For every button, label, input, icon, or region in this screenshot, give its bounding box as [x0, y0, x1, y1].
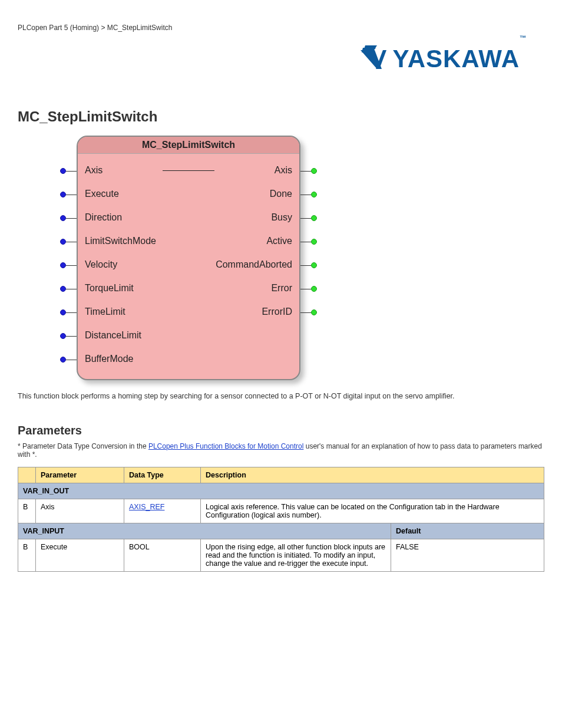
fb-input-label: LimitSwitchMode — [78, 236, 160, 246]
yaskawa-logo-text: YASKAWA™ — [392, 45, 527, 73]
fb-output-label: Done — [217, 189, 299, 199]
breadcrumb: PLCopen Part 5 (Homing) > MC_StepLimitSw… — [18, 24, 544, 32]
fb-input-label: TimeLimit — [78, 307, 160, 317]
fb-output-pin — [311, 309, 317, 315]
fb-pin-stub — [66, 336, 77, 337]
fb-pin-stub — [66, 218, 77, 219]
table-row: B Execute BOOL Upon the rising edge, all… — [18, 539, 544, 572]
fb-input-pin — [60, 215, 66, 221]
fb-input-pin — [60, 262, 66, 268]
function-block-diagram: MC_StepLimitSwitch AxisAxisExecuteDoneDi… — [77, 136, 300, 380]
fb-pin-stub — [66, 312, 77, 313]
fb-input-label: Axis — [78, 165, 160, 176]
fb-input-pin — [60, 333, 66, 339]
yaskawa-logo-mark — [358, 44, 388, 74]
fb-pin-stub — [66, 265, 77, 266]
fb-pin-stub — [66, 195, 77, 195]
fb-input-label: Execute — [78, 189, 160, 199]
fb-output-label: CommandAborted — [216, 259, 299, 270]
fb-pin-stub — [300, 242, 311, 242]
parameters-heading: Parameters — [18, 424, 544, 437]
page-title: MC_StepLimitSwitch — [18, 108, 544, 125]
fb-pin-stub — [300, 171, 311, 172]
fb-pin-stub — [300, 195, 311, 195]
fb-row: VelocityCommandAborted — [78, 253, 299, 276]
table-header-row: Parameter Data Type Description — [18, 467, 544, 483]
fb-description: This function block performs a homing st… — [18, 392, 544, 400]
fb-axis-line — [163, 170, 214, 171]
fb-input-pin — [60, 309, 66, 315]
fb-input-pin — [60, 357, 66, 363]
fb-pin-stub — [66, 242, 77, 242]
manual-link[interactable]: PLCopen Plus Function Blocks for Motion … — [148, 442, 303, 450]
parameters-note: * Parameter Data Type Conversion in the … — [18, 442, 544, 459]
fb-output-pin — [311, 215, 317, 221]
fb-row: BufferMode — [78, 347, 299, 371]
axis-ref-link[interactable]: AXIS_REF — [129, 503, 164, 511]
fb-output-label: ErrorID — [217, 307, 299, 317]
fb-output-pin — [311, 168, 317, 174]
fb-row: TorqueLimitError — [78, 276, 299, 300]
fb-output-pin — [311, 239, 317, 245]
fb-input-pin — [60, 168, 66, 174]
fb-output-pin — [311, 192, 317, 197]
fb-output-pin — [311, 286, 317, 292]
fb-output-label: Error — [217, 283, 299, 294]
table-subheader-varinput: VAR_INPUT Default — [18, 523, 544, 539]
fb-pin-stub — [300, 289, 311, 289]
fb-output-label: Axis — [217, 165, 299, 176]
fb-pin-stub — [66, 171, 77, 172]
fb-pin-stub — [66, 360, 77, 360]
fb-input-pin — [60, 239, 66, 245]
fb-row: AxisAxis — [78, 159, 299, 182]
fb-input-label: BufferMode — [78, 354, 160, 364]
fb-input-label: Direction — [78, 212, 160, 223]
fb-input-label: DistanceLimit — [78, 330, 160, 341]
fb-pin-stub — [300, 218, 311, 219]
fb-output-label: Busy — [217, 212, 299, 223]
fb-pin-stub — [300, 265, 311, 266]
parameters-table: Parameter Data Type Description VAR_IN_O… — [18, 467, 544, 572]
fb-input-label: Velocity — [78, 259, 160, 270]
fb-row: DistanceLimit — [78, 324, 299, 347]
table-subheader-varinout: VAR_IN_OUT — [18, 483, 544, 499]
fb-row: TimeLimitErrorID — [78, 300, 299, 324]
fb-input-label: TorqueLimit — [78, 283, 160, 294]
fb-row: LimitSwitchModeActive — [78, 229, 299, 253]
fb-pin-stub — [300, 312, 311, 313]
fb-row: DirectionBusy — [78, 206, 299, 229]
fb-output-label: Active — [217, 236, 299, 246]
fb-input-pin — [60, 286, 66, 292]
table-row: B Axis AXIS_REF Logical axis reference. … — [18, 499, 544, 523]
fb-pin-stub — [66, 289, 77, 289]
yaskawa-logo: YASKAWA™ — [358, 44, 527, 74]
fb-row: ExecuteDone — [78, 182, 299, 206]
fb-input-pin — [60, 192, 66, 197]
fb-title: MC_StepLimitSwitch — [78, 137, 299, 154]
fb-output-pin — [311, 262, 317, 268]
